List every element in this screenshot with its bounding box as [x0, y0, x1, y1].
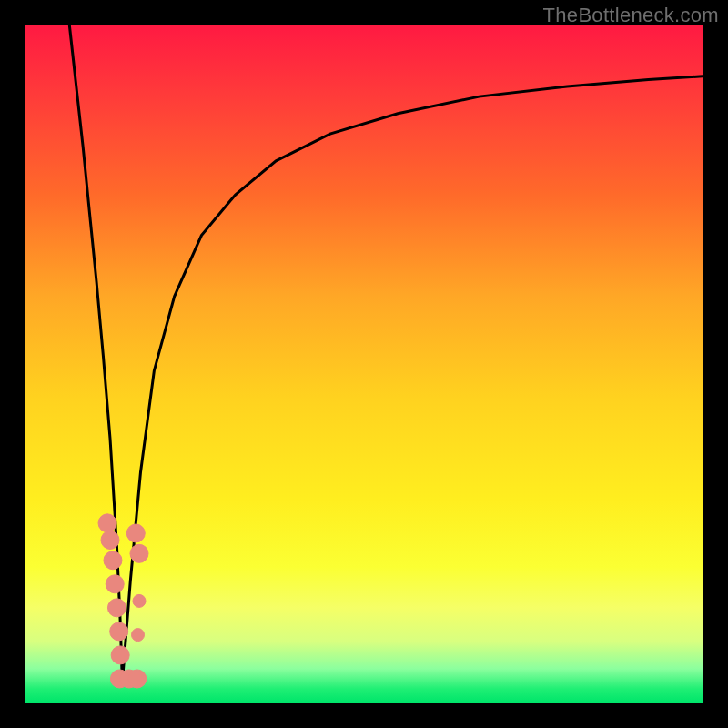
data-marker	[132, 629, 145, 642]
plot-area	[25, 25, 703, 703]
data-marker	[111, 646, 129, 664]
data-marker	[110, 622, 128, 641]
data-marker	[104, 551, 122, 570]
data-marker	[107, 599, 126, 617]
data-marker	[133, 594, 146, 607]
watermark-text: TheBottleneck.com	[543, 4, 719, 27]
data-marker	[101, 531, 119, 549]
curve-layer	[25, 25, 703, 703]
data-marker	[126, 524, 145, 542]
curve-right-branch	[122, 76, 703, 682]
data-marker	[98, 514, 116, 532]
data-marker	[128, 670, 147, 688]
data-marker	[106, 575, 124, 593]
data-markers	[98, 514, 148, 688]
data-marker	[130, 544, 148, 562]
chart-frame: TheBottleneck.com	[0, 0, 728, 728]
